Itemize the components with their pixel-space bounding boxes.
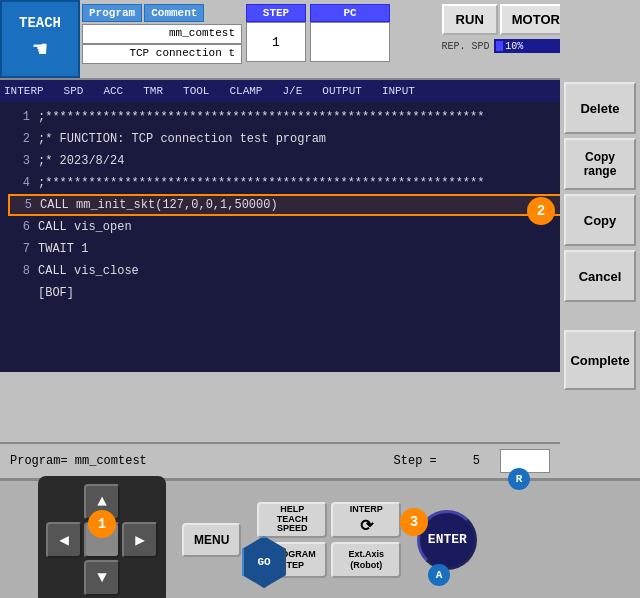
comment-value[interactable]: TCP connection t — [82, 44, 242, 64]
code-area: 1 ;*************************************… — [0, 102, 640, 372]
program-label: Program — [82, 4, 142, 22]
toolbar-tmr[interactable]: TMR — [143, 85, 163, 97]
line-content-8: CALL vis_close — [38, 264, 139, 278]
status-step-label: Step = — [394, 454, 437, 468]
toolbar-je[interactable]: J/E — [282, 85, 302, 97]
code-line-2[interactable]: 2 ;* FUNCTION: TCP connection test progr… — [8, 128, 632, 150]
program-value[interactable]: mm_comtest — [82, 24, 242, 44]
line-content-4: ;***************************************… — [38, 176, 484, 190]
code-line-bof: [BOF] — [8, 282, 632, 304]
speed-bar — [496, 41, 504, 51]
pc-value[interactable] — [310, 22, 390, 62]
toolbar-interp[interactable]: INTERP — [4, 85, 44, 97]
line-content-6: CALL vis_open — [38, 220, 132, 234]
line-num-5: 5 — [12, 198, 32, 212]
line-content-3: ;* 2023/8/24 — [38, 154, 124, 168]
line-num-8: 8 — [10, 264, 30, 278]
toolbar-clamp[interactable]: CLAMP — [229, 85, 262, 97]
line-content-7: TWAIT 1 — [38, 242, 88, 256]
copy-range-button[interactable]: Copyrange — [564, 138, 636, 190]
speed-value: 10% — [505, 41, 523, 52]
a-badge: A — [428, 564, 450, 586]
teach-button[interactable]: TEACH ☚ — [0, 0, 80, 78]
top-bar: TEACH ☚ Program Comment mm_comtest TCP c… — [0, 0, 640, 80]
code-line-4[interactable]: 4 ;*************************************… — [8, 172, 632, 194]
code-line-3[interactable]: 3 ;* 2023/8/24 — [8, 150, 632, 172]
complete-button[interactable]: Complete — [564, 330, 636, 390]
toolbar-tool[interactable]: TOOL — [183, 85, 209, 97]
line-num-1: 1 — [10, 110, 30, 124]
line-num-2: 2 — [10, 132, 30, 146]
line-content-5: CALL mm_init_skt(127,0,0,1,50000) — [40, 198, 278, 212]
pc-block: PC — [310, 4, 390, 74]
status-bar: Program= mm_comtest Step = 5 — [0, 442, 560, 478]
rep-spd-label: REP. SPD — [442, 41, 490, 52]
pc-label: PC — [310, 4, 390, 22]
ext-axis-button[interactable]: Ext.Axis(Robot) — [331, 542, 401, 578]
badge-3: 3 — [400, 508, 428, 536]
line-content-bof: [BOF] — [38, 286, 74, 300]
line-num-4: 4 — [10, 176, 30, 190]
line-num-7: 7 — [10, 242, 30, 256]
dpad-down-button[interactable]: ▼ — [84, 560, 120, 596]
help-speed-button[interactable]: HELPTEACHSPEED — [257, 502, 327, 538]
line-content-2: ;* FUNCTION: TCP connection test program — [38, 132, 326, 146]
cancel-button[interactable]: Cancel — [564, 250, 636, 302]
code-line-8[interactable]: 8 CALL vis_close — [8, 260, 632, 282]
toolbar-output[interactable]: OUTPUT — [322, 85, 362, 97]
badge-1: 1 — [88, 510, 116, 538]
line-content-1: ;***************************************… — [38, 110, 484, 124]
code-line-1[interactable]: 1 ;*************************************… — [8, 106, 632, 128]
status-step-value: 5 — [473, 454, 480, 468]
line-num-3: 3 — [10, 154, 30, 168]
status-program-label: Program= — [10, 454, 68, 468]
dpad-left-button[interactable]: ◀ — [46, 522, 82, 558]
delete-button[interactable]: Delete — [564, 82, 636, 134]
step-block: STEP 1 — [246, 4, 306, 74]
r-badge: R — [508, 468, 530, 490]
menu-button[interactable]: MENU — [182, 523, 241, 557]
step-label: STEP — [246, 4, 306, 22]
toolbar-input[interactable]: INPUT — [382, 85, 415, 97]
right-panel: Delete Copyrange Copy Cancel Complete — [560, 0, 640, 480]
line-num-6: 6 — [10, 220, 30, 234]
code-line-7[interactable]: 7 TWAIT 1 — [8, 238, 632, 260]
program-block: Program Comment mm_comtest TCP connectio… — [82, 4, 242, 74]
run-button[interactable]: RUN — [442, 4, 498, 35]
copy-button[interactable]: Copy — [564, 194, 636, 246]
teach-label: TEACH — [19, 15, 61, 31]
badge-2: 2 — [527, 197, 555, 225]
toolbar: INTERP SPD ACC TMR TOOL CLAMP J/E OUTPUT… — [0, 80, 640, 102]
interp-button[interactable]: INTERP ⟳ — [331, 502, 401, 538]
step-value[interactable]: 1 — [246, 22, 306, 62]
status-program-value: mm_comtest — [75, 454, 147, 468]
controller: 1 ▲ ◀ ▶ ▼ MENU GO HELPTEACHSPEED INTERP … — [0, 478, 640, 598]
toolbar-acc[interactable]: ACC — [103, 85, 123, 97]
toolbar-spd[interactable]: SPD — [64, 85, 84, 97]
dpad-right-button[interactable]: ▶ — [122, 522, 158, 558]
comment-label: Comment — [144, 4, 204, 22]
hand-icon: ☚ — [33, 35, 47, 64]
